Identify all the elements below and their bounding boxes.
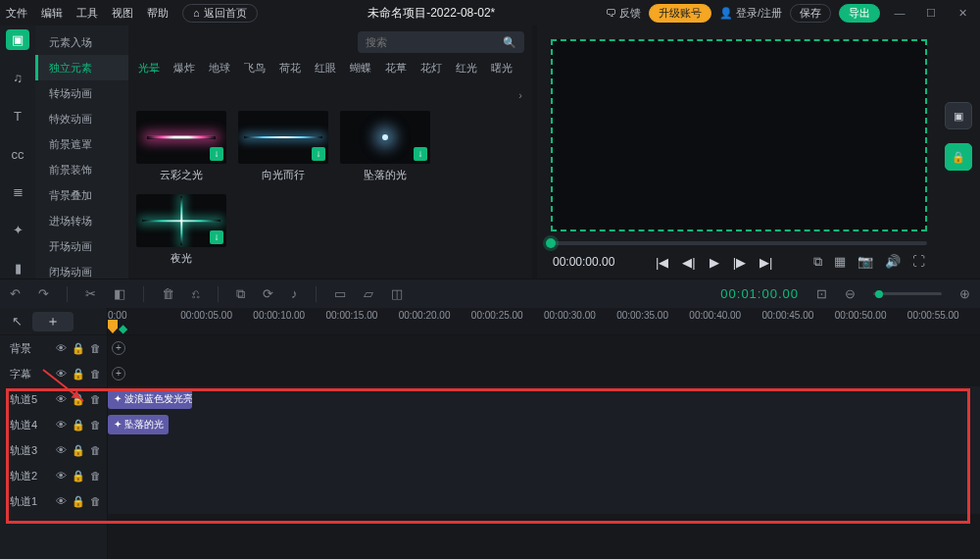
lock-icon[interactable]: 🔒 [72, 342, 85, 355]
asset-thumbnail[interactable]: ↓夜光 [136, 194, 226, 266]
category-item[interactable]: 开场动画 [35, 233, 128, 259]
rail-layers-icon[interactable]: ≣ [6, 181, 29, 202]
tag-item[interactable]: 花灯 [420, 61, 442, 76]
fit-screen-button[interactable]: ▣ [945, 102, 972, 129]
tag-item[interactable]: 蝴蝶 [350, 61, 371, 76]
feedback-icon[interactable]: 🗨 反馈 [606, 6, 641, 21]
track-lane[interactable]: + [108, 335, 980, 361]
visibility-icon[interactable]: 👁 [56, 495, 67, 508]
category-item[interactable]: 独立元素 [35, 55, 128, 80]
visibility-icon[interactable]: 👁 [56, 470, 67, 483]
timeline-clip[interactable]: ✦波浪蓝色发光亮片 [108, 389, 192, 409]
download-icon[interactable]: ↓ [210, 230, 223, 244]
visibility-icon[interactable]: 👁 [56, 419, 67, 432]
tag-item[interactable]: 曙光 [491, 61, 513, 76]
timeline-clip[interactable]: ✦坠落的光 [108, 415, 169, 434]
undo-icon[interactable]: ↶ [10, 286, 21, 301]
rail-caption-icon[interactable]: cc [6, 144, 29, 165]
goto-end-icon[interactable]: ▶| [760, 255, 772, 270]
menu-help[interactable]: 帮助 [147, 6, 169, 21]
playhead[interactable] [108, 320, 118, 333]
volume-icon[interactable]: 🔊 [885, 254, 901, 270]
ungroup-icon[interactable]: ▱ [364, 286, 373, 301]
track-lane[interactable] [108, 463, 980, 488]
zoom-slider[interactable] [873, 292, 942, 295]
tag-item[interactable]: 地球 [209, 61, 230, 76]
maximize-icon[interactable]: ☐ [919, 7, 943, 20]
visibility-icon[interactable]: 👁 [56, 368, 67, 381]
add-track-button[interactable]: ＋ [32, 312, 74, 331]
progress-knob[interactable] [546, 238, 556, 248]
time-ruler[interactable]: 0:0000:00:05.0000:00:10.0000:00:15.0000:… [108, 308, 980, 335]
preview-canvas[interactable] [551, 39, 927, 231]
add-clip-icon[interactable]: + [112, 367, 125, 381]
preview-progress[interactable] [551, 241, 927, 245]
rail-folder-icon[interactable]: ▮ [6, 258, 29, 279]
rail-audio-icon[interactable]: ♫ [6, 68, 29, 88]
lock-icon[interactable]: 🔒 [72, 495, 85, 508]
prev-frame-icon[interactable]: ◀| [682, 255, 695, 270]
rail-media-icon[interactable]: ▣ [6, 29, 29, 50]
rotate-icon[interactable]: ⟳ [263, 286, 273, 301]
category-item[interactable]: 元素入场 [35, 29, 128, 55]
redo-icon[interactable]: ↷ [38, 286, 49, 301]
category-item[interactable]: 进场转场 [35, 208, 128, 233]
track-lane[interactable]: ✦坠落的光 [108, 412, 980, 437]
lock-icon[interactable]: 🔒 [72, 368, 85, 381]
zoom-in-icon[interactable]: ⊕ [959, 286, 970, 301]
download-icon[interactable]: ↓ [414, 147, 427, 161]
snapshot-icon[interactable]: 📷 [858, 254, 873, 270]
rail-text-icon[interactable]: T [6, 106, 29, 127]
tag-item[interactable]: 光晕 [138, 61, 160, 76]
zoom-knob[interactable] [875, 290, 883, 298]
download-icon[interactable]: ↓ [210, 147, 223, 161]
split-icon[interactable]: ✂ [85, 286, 96, 301]
upgrade-button[interactable]: 升级账号 [649, 4, 711, 23]
category-item[interactable]: 背景叠加 [35, 182, 128, 208]
lock-icon[interactable]: 🔒 [72, 419, 85, 432]
grid-icon[interactable]: ▦ [834, 254, 846, 270]
category-item[interactable]: 转场动画 [35, 80, 128, 106]
delete-icon[interactable]: 🗑 [162, 286, 174, 301]
asset-thumbnail[interactable]: ↓坠落的光 [340, 111, 430, 182]
tag-item[interactable]: 红眼 [315, 61, 336, 76]
add-clip-icon[interactable]: + [112, 341, 125, 355]
category-item[interactable]: 前景遮罩 [35, 131, 128, 157]
delete-track-icon[interactable]: 🗑 [90, 393, 101, 406]
lock-icon[interactable]: 🔒 [72, 444, 85, 457]
close-icon[interactable]: ✕ [951, 7, 974, 20]
asset-thumbnail[interactable]: ↓向光而行 [238, 111, 328, 182]
fullscreen-icon[interactable]: ⛶ [912, 254, 925, 270]
visibility-icon[interactable]: 👁 [56, 393, 67, 406]
asset-thumbnail[interactable]: ↓云彩之光 [136, 111, 226, 182]
visibility-icon[interactable]: 👁 [56, 342, 67, 355]
track-lane[interactable]: ✦波浪蓝色发光亮片 [108, 386, 980, 412]
audio-icon[interactable]: ♪ [291, 286, 298, 301]
track-lane[interactable] [108, 437, 980, 463]
ripple-icon[interactable]: ⎌ [192, 286, 200, 301]
delete-track-icon[interactable]: 🗑 [90, 368, 101, 381]
timeline-canvas[interactable]: 0:0000:00:05.0000:00:10.0000:00:15.0000:… [108, 308, 980, 559]
tag-item[interactable]: 荷花 [279, 61, 301, 76]
delete-track-icon[interactable]: 🗑 [90, 444, 101, 457]
tag-item[interactable]: 飞鸟 [244, 61, 266, 76]
track-lane[interactable] [108, 488, 980, 514]
cursor-tool-icon[interactable]: ↖ [12, 314, 23, 329]
category-item[interactable]: 特效动画 [35, 106, 128, 131]
delete-track-icon[interactable]: 🗑 [90, 342, 101, 355]
marker-icon[interactable]: ◧ [114, 286, 125, 301]
menu-file[interactable]: 文件 [6, 6, 27, 21]
track-lane[interactable]: + [108, 361, 980, 386]
tag-item[interactable]: 花草 [385, 61, 407, 76]
aspect-icon[interactable]: ⧉ [813, 254, 822, 270]
menu-edit[interactable]: 编辑 [41, 6, 63, 21]
delete-track-icon[interactable]: 🗑 [90, 470, 101, 483]
group-icon[interactable]: ▭ [334, 286, 346, 301]
tag-item[interactable]: 红光 [456, 61, 477, 76]
category-item[interactable]: 前景装饰 [35, 157, 128, 182]
visibility-icon[interactable]: 👁 [56, 444, 67, 457]
return-home-button[interactable]: ⌂ 返回首页 [182, 4, 258, 23]
search-input[interactable] [366, 36, 503, 48]
next-frame-icon[interactable]: |▶ [733, 255, 746, 270]
crop-icon[interactable]: ⧉ [236, 286, 245, 302]
